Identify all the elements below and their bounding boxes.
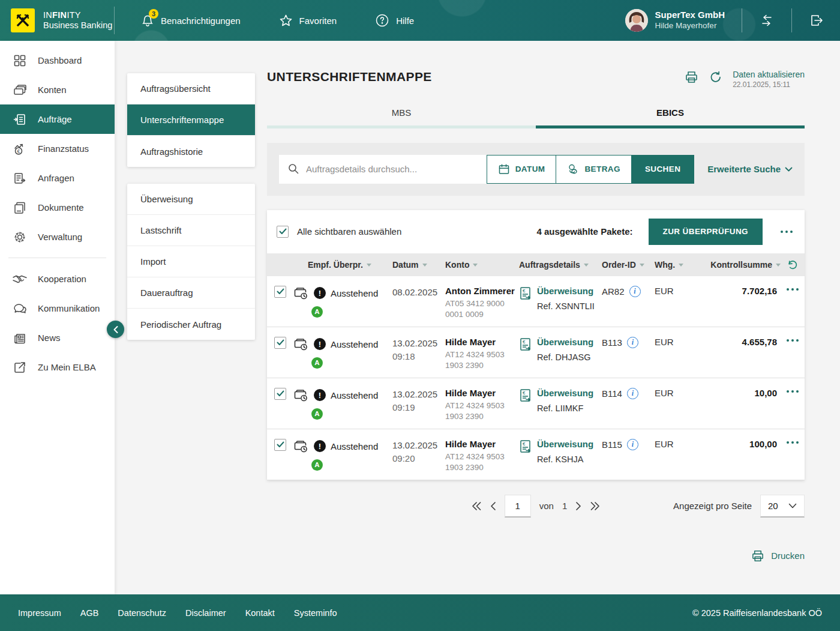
sort-caret-icon[interactable] <box>776 264 781 267</box>
column-header-konto[interactable]: Konto <box>445 260 469 270</box>
row-checkbox[interactable] <box>274 439 286 451</box>
footer-link-systeminfo[interactable]: Systeminfo <box>294 608 337 618</box>
column-header-datum[interactable]: Datum <box>392 260 419 270</box>
sort-caret-icon[interactable] <box>640 264 644 267</box>
submenu-item-periodischer-auftrag[interactable]: Periodischer Auftrag <box>127 309 255 340</box>
sidebar-item-dokumente[interactable]: Dokumente <box>0 193 115 222</box>
sidebar-item-label: News <box>38 333 61 343</box>
zur-ueberpruefung-button[interactable]: ZUR ÜBERPRÜFUNG <box>649 219 763 245</box>
table-row[interactable]: ! Ausstehend A 13.02.202509:19 Hilde May… <box>267 378 805 429</box>
row-checkbox[interactable] <box>274 337 286 349</box>
print-link[interactable]: Drucken <box>267 549 805 563</box>
order-reference: Ref. KSHJA <box>537 454 593 464</box>
print-icon[interactable] <box>684 70 699 85</box>
info-icon[interactable]: i <box>627 388 638 399</box>
row-actions-button[interactable] <box>784 286 801 293</box>
refresh-data-link[interactable]: Daten aktualisieren <box>733 70 805 80</box>
sidebar-item-anfragen[interactable]: Anfragen <box>0 163 115 193</box>
next-page-button[interactable] <box>575 501 581 511</box>
info-icon[interactable]: i <box>627 337 638 348</box>
star-icon <box>279 14 293 27</box>
print-label: Drucken <box>771 551 805 561</box>
sidebar-item-konten[interactable]: Konten <box>0 75 115 104</box>
brand-title: INFINITY Business Banking <box>43 10 112 30</box>
row-actions-button[interactable] <box>784 337 801 344</box>
footer-link-agb[interactable]: AGB <box>80 608 99 618</box>
sidebar-item-news[interactable]: News <box>0 323 115 352</box>
column-header-whg[interactable]: Whg. <box>655 260 675 270</box>
last-page-button[interactable] <box>590 501 601 511</box>
page-number-input[interactable] <box>505 495 531 518</box>
sort-caret-icon[interactable] <box>473 264 478 267</box>
sort-caret-icon[interactable] <box>584 264 589 267</box>
table-row[interactable]: ! Ausstehend A 08.02.2025 Anton Zimmerer… <box>267 276 805 327</box>
app-footer: Impressum AGB Datenschutz Disclaimer Kon… <box>0 594 840 631</box>
submenu-item-auftragshistorie[interactable]: Auftragshistorie <box>127 136 255 167</box>
footer-link-disclaimer[interactable]: Disclaimer <box>185 608 226 618</box>
refresh-icon[interactable] <box>709 70 723 84</box>
row-checkbox[interactable] <box>274 286 286 298</box>
favorites-button[interactable]: Favoriten <box>279 14 337 27</box>
sidebar-item-kommunikation[interactable]: Kommunikation <box>0 294 115 323</box>
sidebar-item-auftraege[interactable]: Aufträge <box>0 104 115 134</box>
sidebar-item-finanzstatus[interactable]: € Finanzstatus <box>0 134 115 163</box>
select-all-checkbox[interactable] <box>277 226 289 238</box>
order-type-link[interactable]: Überweisung <box>537 286 595 296</box>
prev-page-button[interactable] <box>490 501 496 511</box>
sort-caret-icon[interactable] <box>422 264 427 267</box>
submenu-item-import[interactable]: Import <box>127 246 255 277</box>
avatar[interactable] <box>625 9 648 32</box>
column-header-order-id[interactable]: Order-ID <box>602 260 636 270</box>
table-row[interactable]: ! Ausstehend A 13.02.202509:18 Hilde May… <box>267 327 805 378</box>
sidebar-item-label: Finanzstatus <box>38 143 89 154</box>
row-actions-button[interactable] <box>784 439 801 446</box>
column-header-empf-ueberpr[interactable]: Empf. Überpr. <box>308 260 363 270</box>
info-icon[interactable]: i <box>629 286 641 297</box>
submenu-item-lastschrift[interactable]: Lastschrift <box>127 215 255 246</box>
column-header-auftragsdetails[interactable]: Auftragsdetails <box>519 260 580 270</box>
submenu-item-dauerauftrag[interactable]: Dauerauftrag <box>127 277 255 309</box>
sidebar-item-dashboard[interactable]: Dashboard <box>0 46 115 75</box>
footer-link-impressum[interactable]: Impressum <box>18 608 61 618</box>
footer-link-kontakt[interactable]: Kontakt <box>245 608 275 618</box>
column-header-kontrollsumme[interactable]: Kontrollsumme <box>710 260 772 270</box>
per-page-select[interactable]: 20 <box>760 495 805 518</box>
sidebar-item-zu-mein-elba[interactable]: Zu Mein ELBA <box>0 352 115 382</box>
advanced-search-link[interactable]: Erweiterte Suche <box>707 164 793 174</box>
row-actions-button[interactable] <box>784 388 801 395</box>
submenu-item-unterschriftenmappe[interactable]: Unterschriftenmappe <box>127 104 255 136</box>
brand: INFINITY Business Banking <box>0 7 115 34</box>
reset-sort-button[interactable] <box>781 259 805 271</box>
footer-link-datenschutz[interactable]: Datenschutz <box>118 608 166 618</box>
tab-ebics[interactable]: EBICS <box>536 107 805 128</box>
datum-filter-button[interactable]: DATUM <box>487 155 557 184</box>
sidebar-collapse-button[interactable] <box>107 321 124 338</box>
first-page-button[interactable] <box>471 501 482 511</box>
info-icon[interactable]: i <box>627 439 638 450</box>
order-type-link[interactable]: Überweisung <box>537 337 593 347</box>
logout-button[interactable] <box>809 13 824 28</box>
row-checkbox[interactable] <box>274 388 286 400</box>
sort-caret-icon[interactable] <box>367 264 371 267</box>
svg-text:€: € <box>523 441 526 447</box>
submenu-item-ueberweisung[interactable]: Überweisung <box>127 184 255 215</box>
search-box <box>279 155 487 184</box>
notifications-button[interactable]: 3 Benachrichtigungen <box>141 13 241 28</box>
help-button[interactable]: Hilfe <box>375 13 414 28</box>
more-actions-button[interactable] <box>778 228 795 235</box>
sort-caret-icon[interactable] <box>679 264 683 267</box>
row-date: 13.02.2025 <box>392 439 445 453</box>
search-input[interactable] <box>306 164 479 174</box>
betrag-filter-button[interactable]: BETRAG <box>556 155 631 184</box>
table-row[interactable]: ! Ausstehend A 13.02.202509:20 Hilde May… <box>267 429 805 480</box>
sidebar-item-verwaltung[interactable]: Verwaltung <box>0 222 115 252</box>
suchen-button[interactable]: SUCHEN <box>631 155 694 184</box>
top-header: INFINITY Business Banking 3 Benachrichti… <box>0 0 840 41</box>
submenu-item-auftragsuebersicht[interactable]: Auftragsübersicht <box>127 73 255 104</box>
tab-mbs[interactable]: MBS <box>267 107 536 128</box>
sidebar-item-kooperation[interactable]: Kooperation <box>0 264 115 294</box>
order-type-link[interactable]: Überweisung <box>537 388 593 398</box>
switch-user-button[interactable] <box>759 13 775 28</box>
transfer-document-icon: € <box>519 388 532 413</box>
order-type-link[interactable]: Überweisung <box>537 439 593 449</box>
